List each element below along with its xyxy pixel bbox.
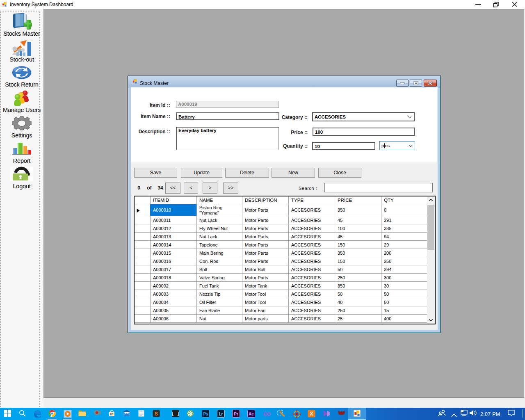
svg-text:Pr: Pr — [234, 412, 238, 416]
svg-text:X: X — [310, 411, 313, 417]
svg-text:Ae: Ae — [249, 412, 254, 416]
svg-text:Lr: Lr — [219, 412, 223, 416]
svg-text:[ ]: [ ] — [172, 411, 179, 416]
svg-text:∞: ∞ — [263, 410, 271, 418]
svg-text:S: S — [155, 411, 158, 417]
svg-text:Ps: Ps — [203, 412, 208, 416]
